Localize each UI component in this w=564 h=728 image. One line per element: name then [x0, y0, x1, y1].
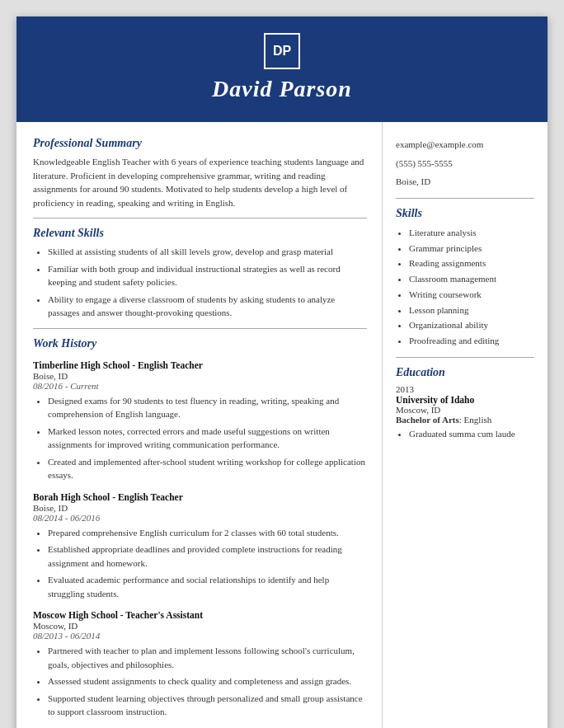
- job-1-title: Timberline High School - English Teacher: [33, 360, 367, 370]
- job-2: Borah High School - English Teacher Bois…: [33, 492, 367, 601]
- job-2-dates: 08/2014 - 06/2016: [33, 513, 367, 523]
- edu-location: Moscow, ID: [396, 405, 534, 415]
- list-item: Skilled at assisting students of all ski…: [48, 245, 367, 259]
- list-item: Proofreading and editing: [409, 333, 534, 349]
- job-3-title: Moscow High School - Teacher's Assistant: [33, 610, 367, 620]
- right-divider-1: [396, 198, 534, 199]
- list-item: Prepared comprehensive English curriculu…: [48, 526, 367, 540]
- job-2-bullets: Prepared comprehensive English curriculu…: [33, 526, 367, 601]
- contact-phone: (555) 555-5555: [396, 156, 534, 171]
- job-3-dates: 08/2013 - 06/2014: [33, 631, 367, 641]
- divider-1: [33, 218, 367, 218]
- monogram-box: DP: [264, 33, 300, 69]
- skills-section: Skills Literature analysis Grammar princ…: [396, 207, 534, 349]
- relevant-skills-section: Relevant Skills Skilled at assisting stu…: [33, 227, 367, 320]
- skills-title: Skills: [396, 207, 534, 220]
- list-item: Familiar with both group and individual …: [48, 262, 367, 289]
- resume-container: DP David Parson Professional Summary Kno…: [16, 16, 548, 728]
- list-item: Established appropriate deadlines and pr…: [48, 542, 367, 570]
- job-3-bullets: Partnered with teacher to plan and imple…: [33, 644, 367, 719]
- right-divider-2: [396, 357, 534, 358]
- skills-list: Literature analysis Grammar principles R…: [396, 225, 534, 349]
- list-item: Assessed student assignments to check qu…: [48, 674, 367, 688]
- list-item: Writing coursework: [409, 287, 534, 303]
- list-item: Grammar principles: [409, 241, 534, 256]
- education-title: Education: [396, 366, 534, 379]
- contact-section: example@example.com (555) 555-5555 Boise…: [396, 137, 534, 190]
- job-2-location: Boise, ID: [33, 503, 367, 513]
- job-1: Timberline High School - English Teacher…: [33, 360, 367, 482]
- list-item: Designed exams for 90 students to test f…: [48, 394, 367, 421]
- left-column: Professional Summary Knowledgeable Engli…: [16, 122, 383, 728]
- job-3-location: Moscow, ID: [33, 621, 367, 631]
- list-item: Supported student learning objectives th…: [48, 692, 367, 719]
- relevant-skills-list: Skilled at assisting students of all ski…: [33, 245, 367, 320]
- right-column: example@example.com (555) 555-5555 Boise…: [383, 122, 548, 728]
- main-content: Professional Summary Knowledgeable Engli…: [16, 122, 548, 728]
- list-item: Evaluated academic performance and socia…: [48, 573, 367, 600]
- list-item: Reading assignments: [409, 256, 534, 271]
- resume-header: DP David Parson: [16, 16, 548, 122]
- list-item: Marked lesson notes, corrected errors an…: [48, 425, 367, 452]
- list-item: Organizational ability: [409, 317, 534, 333]
- work-history-title: Work History: [33, 337, 367, 350]
- list-item: Lesson planning: [409, 303, 534, 318]
- summary-title: Professional Summary: [33, 137, 367, 150]
- list-item: Created and implemented after-school stu…: [48, 455, 367, 482]
- degree-label: Bachelor of Arts: [396, 415, 459, 425]
- summary-section: Professional Summary Knowledgeable Engli…: [33, 137, 367, 209]
- edu-bullets: Graduated summa cum laude: [396, 427, 534, 441]
- job-1-bullets: Designed exams for 90 students to test f…: [33, 394, 367, 482]
- edu-degree: Bachelor of Arts: English: [396, 415, 534, 425]
- divider-2: [33, 328, 367, 329]
- relevant-skills-title: Relevant Skills: [33, 227, 367, 240]
- job-1-location: Boise, ID: [33, 371, 367, 381]
- job-2-title: Borah High School - English Teacher: [33, 492, 367, 502]
- edu-school: University of Idaho: [396, 395, 534, 405]
- contact-email: example@example.com: [396, 137, 534, 153]
- list-item: Classroom management: [409, 271, 534, 287]
- degree-field: : English: [459, 415, 491, 425]
- work-history-section: Work History Timberline High School - En…: [33, 337, 367, 719]
- full-name: David Parson: [16, 76, 548, 102]
- job-3: Moscow High School - Teacher's Assistant…: [33, 610, 367, 719]
- list-item: Literature analysis: [409, 225, 534, 241]
- list-item: Ability to engage a diverse classroom of…: [48, 293, 367, 320]
- list-item: Graduated summa cum laude: [409, 427, 534, 441]
- contact-location: Boise, ID: [396, 174, 534, 190]
- education-section: Education 2013 University of Idaho Mosco…: [396, 366, 534, 441]
- job-1-dates: 08/2016 - Current: [33, 381, 367, 391]
- edu-year: 2013: [396, 384, 534, 394]
- summary-text: Knowledgeable English Teacher with 6 yea…: [33, 155, 367, 209]
- list-item: Partnered with teacher to plan and imple…: [48, 644, 367, 671]
